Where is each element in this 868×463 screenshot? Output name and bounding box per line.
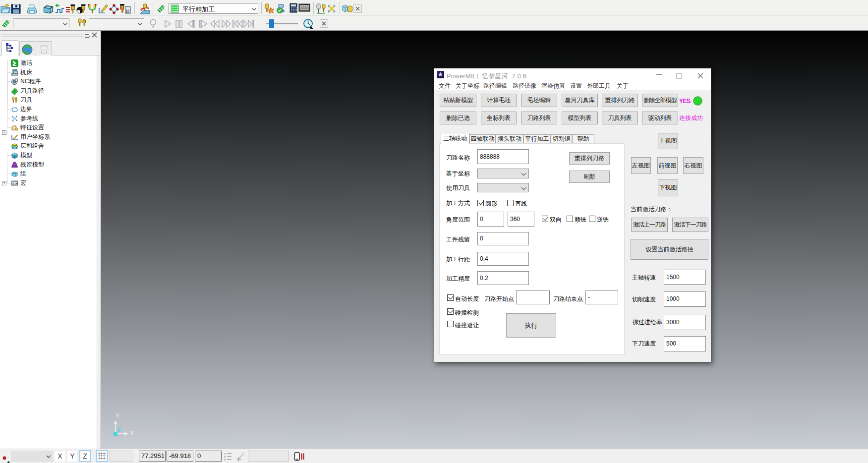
- svg-text:X: X: [130, 430, 134, 437]
- svg-text:z: z: [224, 458, 226, 461]
- svg-text:Y: Y: [116, 412, 119, 419]
- svg-text:Z: Z: [117, 426, 121, 434]
